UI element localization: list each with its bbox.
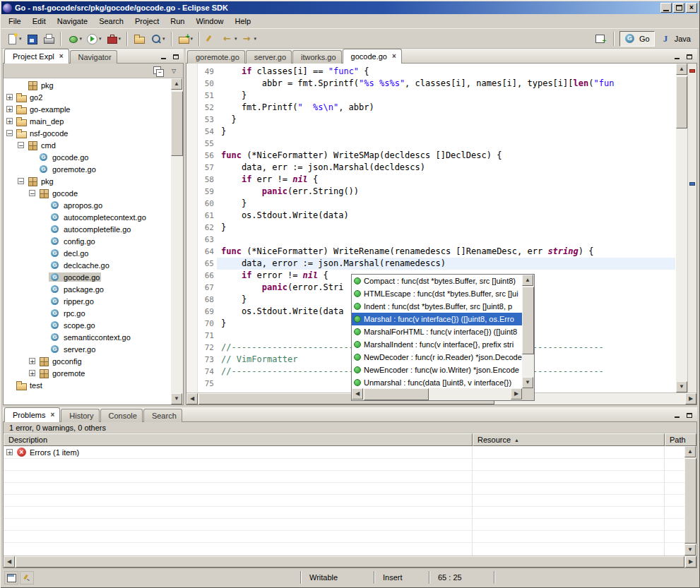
editor-tab-goremote-go[interactable]: goremote.go [187, 50, 245, 64]
annotation-ruler[interactable] [186, 64, 198, 392]
autocomplete-item[interactable]: MarshalForHTML : func(v interface{}) ([]… [352, 325, 522, 338]
tree-item-goremote-go[interactable]: goremote.go [4, 163, 171, 175]
tree-item-declcache-go[interactable]: declcache.go [4, 259, 171, 271]
expand-icon[interactable]: + [6, 94, 13, 100]
error-marker-icon[interactable] [689, 69, 695, 73]
tree-item-goconfig[interactable]: +goconfig [4, 355, 171, 367]
tree-item-apropos-go[interactable]: apropos.go [4, 199, 171, 211]
line-number-ruler[interactable]: 4950515253545556575859606162636465666768… [198, 64, 217, 392]
tree-item-go-example[interactable]: +go-example [4, 103, 171, 115]
perspective-java[interactable]: Java [655, 31, 696, 47]
column-header-description[interactable]: Description [4, 433, 473, 446]
minimize-view-button[interactable] [157, 51, 170, 62]
autocomplete-item[interactable]: HTMLEscape : func(dst *bytes.Buffer, src… [352, 287, 522, 300]
view-tab-console[interactable]: Console [100, 409, 143, 422]
perspective-go[interactable]: Go [619, 31, 655, 47]
save-button[interactable] [24, 31, 40, 47]
tree-item-server-go[interactable]: server.go [4, 343, 171, 355]
menu-run[interactable]: Run [165, 15, 190, 28]
expand-icon[interactable]: + [6, 118, 13, 124]
tree-item-rpc-go[interactable]: rpc.go [4, 307, 171, 319]
scrollbar-thumb[interactable] [16, 556, 684, 568]
view-tab-problems[interactable]: Problems× [4, 407, 60, 422]
column-header-resource[interactable]: Resource▲ [473, 433, 665, 446]
tree-item-semanticcontext-go[interactable]: semanticcontext.go [4, 331, 171, 343]
minimize-editor-button[interactable] [670, 51, 683, 62]
autocomplete-item[interactable]: Indent : func(dst *bytes.Buffer, src []u… [352, 300, 522, 313]
pin-editor-button[interactable] [20, 571, 34, 584]
open-perspective-button[interactable] [592, 31, 608, 47]
tree-item-cmd[interactable]: −cmd [4, 139, 171, 151]
menu-window[interactable]: Window [190, 15, 229, 28]
view-tab-history[interactable]: History [61, 409, 99, 422]
tree-item-config-go[interactable]: config.go [4, 235, 171, 247]
minimize-problems-button[interactable] [670, 409, 683, 421]
tree-item-decl-go[interactable]: decl.go [4, 247, 171, 259]
maximize-button[interactable] [673, 3, 684, 13]
close-tab-icon[interactable]: × [50, 412, 54, 419]
scrollbar-thumb[interactable] [676, 76, 687, 128]
view-tab-navigator[interactable]: Navigator [70, 50, 117, 64]
scrollbar-thumb[interactable] [684, 458, 696, 544]
open-resource-button[interactable] [131, 31, 148, 47]
collapse-icon[interactable]: − [18, 142, 24, 148]
expand-icon[interactable]: + [6, 449, 13, 455]
dropdown-arrow-icon[interactable]: ▾ [254, 36, 257, 42]
tree-item-gocode-go[interactable]: gocode.go [4, 271, 171, 283]
tree-item-package-go[interactable]: package.go [4, 283, 171, 295]
tree-item-goremote[interactable]: +goremote [4, 367, 171, 379]
tree-vertical-scrollbar[interactable]: ▲ ▼ [171, 78, 183, 404]
debug-button[interactable]: ▾ [65, 31, 85, 47]
dropdown-arrow-icon[interactable]: ▾ [80, 36, 83, 42]
menu-file[interactable]: File [3, 15, 27, 28]
editor-tab-server-go[interactable]: server.go [246, 50, 292, 64]
dropdown-arrow-icon[interactable]: ▾ [19, 36, 22, 42]
overview-ruler[interactable] [687, 64, 696, 392]
expand-icon[interactable]: + [29, 370, 35, 376]
tree-item-autocompletecontext-go[interactable]: autocompletecontext.go [4, 211, 171, 223]
close-tab-icon[interactable]: × [392, 53, 396, 60]
editor-tab-itworks-go[interactable]: itworks.go [292, 50, 342, 64]
problems-vertical-scrollbar[interactable]: ▲ ▼ [684, 446, 696, 556]
autocomplete-item[interactable]: Marshal : func(v interface{}) ([]uint8, … [352, 313, 522, 325]
tree-item-pkg[interactable]: pkg [4, 79, 171, 91]
dropdown-arrow-icon[interactable]: ▾ [162, 36, 165, 42]
tree-item-go2[interactable]: +go2 [4, 91, 171, 103]
column-header-path[interactable]: Path [665, 433, 696, 446]
collapse-all-button[interactable] [152, 65, 165, 77]
tree-item-gocode[interactable]: −gocode [4, 187, 171, 199]
autocomplete-item[interactable]: NewEncoder : func(w io.Writer) *json.Enc… [352, 364, 522, 376]
autocomplete-item[interactable]: Unmarshal : func(data []uint8, v interfa… [352, 376, 522, 388]
view-tab-project-expl[interactable]: Project Expl× [4, 49, 69, 64]
dropdown-arrow-icon[interactable]: ▾ [191, 36, 194, 42]
expand-icon[interactable]: + [29, 358, 35, 364]
tree-item-main-dep[interactable]: +main_dep [4, 115, 171, 127]
menu-navigate[interactable]: Navigate [52, 15, 93, 28]
tree-item-nsf-gocode[interactable]: −nsf-gocode [4, 127, 171, 139]
editor-vertical-scrollbar[interactable]: ▲ ▼ [676, 64, 687, 392]
collapse-icon[interactable]: − [29, 190, 35, 196]
tree-item-scope-go[interactable]: scope.go [4, 319, 171, 331]
maximize-view-button[interactable] [170, 51, 182, 62]
tree-item-gocode-go[interactable]: gocode.go [4, 151, 171, 163]
scrollbar-thumb[interactable] [364, 388, 429, 400]
external-tools-button[interactable]: ▾ [104, 31, 124, 47]
menu-help[interactable]: Help [230, 15, 257, 28]
autocomplete-horizontal-scrollbar[interactable]: ◀ ▶ [352, 388, 522, 400]
run-button[interactable]: ▾ [84, 31, 104, 47]
dropdown-arrow-icon[interactable]: ▾ [235, 36, 237, 42]
dropdown-arrow-icon[interactable]: ▾ [119, 36, 121, 42]
tree-item-test[interactable]: test [4, 379, 171, 391]
view-menu-button[interactable]: ▽ [167, 65, 180, 77]
tree-item-pkg[interactable]: −pkg [4, 175, 171, 187]
search-button[interactable]: ▾ [148, 31, 167, 47]
autocomplete-item[interactable]: NewDecoder : func(r io.Reader) *json.Dec… [352, 351, 522, 364]
collapse-icon[interactable]: − [6, 130, 13, 136]
menu-project[interactable]: Project [129, 15, 165, 28]
scrollbar-thumb[interactable] [522, 287, 534, 354]
minimize-button[interactable] [660, 3, 672, 13]
tree-item-ripper-go[interactable]: ripper.go [4, 295, 171, 307]
dropdown-arrow-icon[interactable]: ▾ [99, 36, 102, 42]
autocomplete-item[interactable]: Compact : func(dst *bytes.Buffer, src []… [352, 275, 522, 287]
back-button[interactable]: ▾ [220, 31, 239, 47]
